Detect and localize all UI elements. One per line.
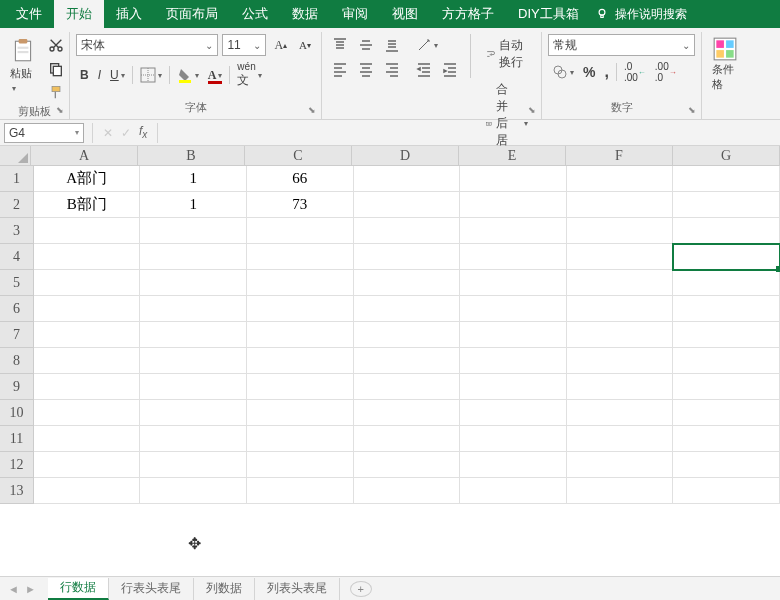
paste-button[interactable]: 粘贴 [6, 34, 40, 95]
cell[interactable] [354, 192, 461, 218]
cell[interactable] [247, 374, 354, 400]
phonetic-button[interactable]: wén文 [233, 58, 265, 92]
align-launcher-icon[interactable]: ⬊ [525, 103, 539, 117]
comma-button[interactable]: , [600, 60, 612, 84]
row-header[interactable]: 7 [0, 322, 34, 348]
menu-tab-4[interactable]: 公式 [230, 0, 280, 28]
cell[interactable] [354, 166, 461, 192]
cell[interactable] [567, 244, 674, 270]
decrease-decimal-button[interactable]: .00.0→ [651, 58, 681, 86]
spreadsheet-grid[interactable]: ABCDEFG 1A部门1662B部门173345678910111213 ✥ [0, 146, 780, 554]
row-header[interactable]: 3 [0, 218, 34, 244]
sheet-tab[interactable]: 列表头表尾 [255, 578, 340, 600]
row-header[interactable]: 5 [0, 270, 34, 296]
cell[interactable]: 73 [247, 192, 354, 218]
bold-button[interactable]: B [76, 65, 93, 85]
percent-button[interactable]: % [579, 61, 599, 83]
col-header[interactable]: B [138, 146, 245, 166]
cell[interactable] [140, 426, 247, 452]
menu-tab-3[interactable]: 页面布局 [154, 0, 230, 28]
cell[interactable] [567, 322, 674, 348]
cell[interactable] [460, 296, 567, 322]
cell[interactable] [567, 296, 674, 322]
sheet-tab[interactable]: 行数据 [48, 578, 109, 600]
font-size-select[interactable]: 11 [222, 34, 266, 56]
accounting-format-button[interactable] [548, 61, 578, 83]
cell[interactable] [460, 374, 567, 400]
cell[interactable] [567, 348, 674, 374]
col-header[interactable]: F [566, 146, 673, 166]
cell[interactable] [567, 192, 674, 218]
border-button[interactable] [136, 64, 166, 86]
cell[interactable]: 1 [140, 192, 247, 218]
cell[interactable] [673, 244, 780, 270]
cell[interactable]: 1 [140, 166, 247, 192]
cell[interactable] [140, 452, 247, 478]
decrease-font-button[interactable]: A▾ [295, 36, 315, 54]
row-header[interactable]: 8 [0, 348, 34, 374]
menu-tab-9[interactable]: DIY工具箱 [506, 0, 591, 28]
cell[interactable] [673, 374, 780, 400]
cell[interactable] [567, 218, 674, 244]
cell[interactable] [140, 322, 247, 348]
font-name-select[interactable]: 宋体 [76, 34, 218, 56]
cell[interactable] [354, 270, 461, 296]
menu-tab-2[interactable]: 插入 [104, 0, 154, 28]
cell[interactable] [34, 218, 141, 244]
cell[interactable] [460, 452, 567, 478]
clipboard-launcher-icon[interactable]: ⬊ [53, 103, 67, 117]
align-bottom-button[interactable] [380, 34, 404, 56]
cell[interactable] [354, 218, 461, 244]
number-format-select[interactable]: 常规 [548, 34, 695, 56]
italic-button[interactable]: I [94, 65, 105, 85]
cell[interactable]: 66 [247, 166, 354, 192]
sheet-nav-next-icon[interactable]: ► [25, 583, 36, 595]
indent-increase-button[interactable] [438, 58, 462, 80]
cell[interactable] [460, 166, 567, 192]
col-header[interactable]: E [459, 146, 566, 166]
cell[interactable] [460, 192, 567, 218]
cell[interactable] [460, 322, 567, 348]
number-launcher-icon[interactable]: ⬊ [685, 103, 699, 117]
menu-tab-7[interactable]: 视图 [380, 0, 430, 28]
cell[interactable] [34, 296, 141, 322]
cell[interactable] [673, 348, 780, 374]
add-sheet-button[interactable]: + [350, 581, 372, 597]
cell[interactable] [34, 348, 141, 374]
cell[interactable] [354, 374, 461, 400]
cell[interactable] [567, 452, 674, 478]
cell[interactable] [247, 270, 354, 296]
underline-button[interactable]: U [106, 65, 129, 85]
cell[interactable] [354, 452, 461, 478]
conditional-format-button[interactable]: 条件格 [708, 34, 742, 94]
align-left-button[interactable] [328, 58, 352, 80]
cell[interactable] [140, 400, 247, 426]
row-header[interactable]: 13 [0, 478, 34, 504]
cell[interactable] [247, 426, 354, 452]
cell[interactable] [354, 296, 461, 322]
cell[interactable] [140, 478, 247, 504]
cell[interactable] [247, 322, 354, 348]
select-all-corner[interactable] [0, 146, 31, 166]
cell[interactable] [34, 270, 141, 296]
cell[interactable] [673, 400, 780, 426]
increase-font-button[interactable]: A▴ [270, 35, 291, 56]
cell[interactable] [460, 478, 567, 504]
cell[interactable] [460, 348, 567, 374]
align-center-button[interactable] [354, 58, 378, 80]
cell[interactable] [34, 478, 141, 504]
cell[interactable] [460, 218, 567, 244]
menu-tab-8[interactable]: 方方格子 [430, 0, 506, 28]
row-header[interactable]: 6 [0, 296, 34, 322]
row-header[interactable]: 10 [0, 400, 34, 426]
cell[interactable] [354, 322, 461, 348]
help-search[interactable]: 操作说明搜索 [595, 6, 687, 23]
wrap-text-button[interactable]: 自动换行 [479, 34, 535, 74]
align-top-button[interactable] [328, 34, 352, 56]
cell[interactable] [460, 244, 567, 270]
cell[interactable] [34, 244, 141, 270]
sheet-tab[interactable]: 列数据 [194, 578, 255, 600]
row-header[interactable]: 12 [0, 452, 34, 478]
cell[interactable]: B部门 [34, 192, 141, 218]
cell[interactable] [247, 348, 354, 374]
